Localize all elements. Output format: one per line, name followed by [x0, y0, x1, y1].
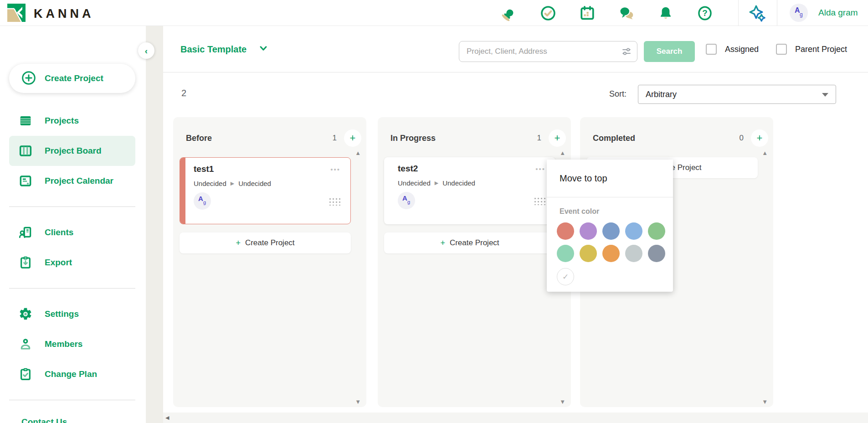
- sidebar-item-export[interactable]: Export: [9, 248, 135, 278]
- sidebar: ‹ Create Project: [0, 26, 146, 423]
- template-selector-label: Basic Template: [180, 44, 247, 55]
- board-column-in-progress: In Progress 1 + ▲ test2 ••• Undecided ▶: [378, 117, 571, 407]
- sidebar-item-contact-us[interactable]: Contact Us: [21, 417, 67, 423]
- chat-icon[interactable]: [618, 5, 635, 21]
- stamp-icon[interactable]: [501, 5, 517, 21]
- project-card-test2[interactable]: test2 ••• Undecided ▶ Undecided A g: [384, 157, 555, 224]
- color-swatch-green[interactable]: [648, 222, 665, 240]
- scroll-down-arrow-icon[interactable]: ▼: [762, 399, 768, 405]
- sidebar-item-settings[interactable]: Settings: [9, 299, 135, 329]
- sidebar-item-projects[interactable]: Projects: [9, 106, 135, 136]
- kanna-logo-icon: [7, 4, 26, 24]
- settings-gear-icon: [18, 307, 33, 321]
- parent-project-checkbox[interactable]: [776, 44, 787, 55]
- card-menu-icon[interactable]: •••: [330, 166, 340, 173]
- add-project-button[interactable]: +: [751, 129, 768, 147]
- calendar-icon[interactable]: [579, 5, 596, 21]
- ai-sparkle-icon[interactable]: [748, 4, 766, 22]
- user-menu[interactable]: A g Alda gram: [790, 4, 858, 22]
- chevron-left-icon: ‹: [145, 46, 148, 55]
- sort-value: Arbitrary: [646, 90, 677, 99]
- projects-icon: [18, 113, 33, 128]
- project-count: 2: [181, 88, 186, 98]
- scroll-left-arrow-icon[interactable]: ◀: [165, 415, 169, 420]
- project-calendar-icon: [18, 174, 33, 188]
- parent-project-label: Parent Project: [795, 45, 847, 54]
- card-body: test1 ••• Undecided ▶ Undecided A g: [180, 158, 350, 210]
- color-swatch-salmon[interactable]: [557, 222, 574, 240]
- color-clear-option[interactable]: ✓: [557, 268, 574, 285]
- drag-handle-icon[interactable]: [328, 196, 340, 206]
- status-from: Undecided: [194, 180, 226, 187]
- card-accent-stripe: [180, 158, 185, 224]
- sidebar-collapse-button[interactable]: ‹: [138, 42, 154, 59]
- search-input[interactable]: [459, 47, 621, 56]
- column-cards: test1 ••• Undecided ▶ Undecided A g: [180, 157, 351, 253]
- sidebar-item-label: Members: [45, 339, 82, 349]
- status-arrow-icon: ▶: [231, 181, 234, 186]
- sidebar-item-label: Settings: [45, 309, 79, 319]
- add-project-button[interactable]: +: [549, 129, 566, 147]
- template-selector[interactable]: Basic Template: [180, 26, 268, 72]
- scroll-down-arrow-icon[interactable]: ▼: [560, 399, 565, 405]
- board-horizontal-scrollbar[interactable]: ◀: [163, 413, 868, 423]
- create-project-label: Create Project: [45, 73, 103, 83]
- color-swatch-mint[interactable]: [557, 245, 574, 262]
- avatar-initial-secondary: g: [203, 200, 206, 205]
- create-project-button[interactable]: Create Project: [9, 64, 135, 93]
- color-swatch-steel-blue[interactable]: [602, 222, 620, 240]
- move-to-top-menu-item[interactable]: Move to top: [547, 160, 673, 197]
- color-swatch-orange[interactable]: [602, 245, 620, 262]
- change-plan-icon: [18, 367, 33, 382]
- column-title: Completed: [593, 134, 740, 143]
- scroll-up-arrow-icon[interactable]: ▲: [560, 150, 565, 156]
- search-button[interactable]: Search: [644, 41, 695, 62]
- user-avatar: A g: [790, 4, 808, 22]
- project-card-test1[interactable]: test1 ••• Undecided ▶ Undecided A g: [180, 157, 351, 224]
- kanna-logo[interactable]: KANNA: [7, 4, 94, 24]
- board-icon: [18, 144, 33, 158]
- scroll-down-arrow-icon[interactable]: ▼: [355, 399, 361, 405]
- scroll-up-arrow-icon[interactable]: ▲: [355, 150, 361, 156]
- sidebar-item-members[interactable]: Members: [9, 329, 135, 359]
- create-project-label: Create Project: [450, 238, 499, 248]
- plus-circle-icon: [21, 70, 36, 87]
- scroll-up-arrow-icon[interactable]: ▲: [762, 150, 768, 156]
- card-title: test2: [398, 164, 535, 174]
- column-header: In Progress 1 +: [378, 129, 571, 147]
- assignee-avatar[interactable]: A g: [194, 192, 211, 210]
- card-status: Undecided ▶ Undecided: [398, 179, 546, 187]
- chevron-down-icon: [258, 43, 268, 55]
- column-title: In Progress: [390, 134, 537, 143]
- create-project-in-column-button[interactable]: + Create Project: [384, 232, 555, 253]
- card-menu-icon[interactable]: •••: [535, 165, 545, 172]
- sort-label: Sort:: [609, 89, 627, 99]
- sidebar-item-change-plan[interactable]: Change Plan: [9, 359, 135, 389]
- status-from: Undecided: [398, 179, 431, 187]
- create-project-in-column-button[interactable]: + Create Project: [180, 232, 351, 253]
- assignee-avatar[interactable]: A g: [398, 192, 415, 209]
- sidebar-item-label: Projects: [45, 116, 79, 126]
- add-project-button[interactable]: +: [344, 129, 361, 147]
- color-swatch-purple[interactable]: [580, 222, 597, 240]
- notifications-bell-icon[interactable]: [657, 5, 674, 21]
- sort-dropdown[interactable]: Arbitrary: [638, 85, 836, 104]
- color-swatch-slate[interactable]: [648, 245, 665, 262]
- sidebar-item-project-board[interactable]: Project Board: [9, 136, 135, 166]
- drag-handle-icon[interactable]: [533, 196, 545, 205]
- board-toolbar: Basic Template Sea: [163, 26, 868, 72]
- filter-sliders-icon[interactable]: [621, 46, 632, 57]
- header-icon-bar: ?: [501, 0, 713, 26]
- sidebar-item-clients[interactable]: Clients: [9, 217, 135, 248]
- assigned-label: Assigned: [725, 45, 759, 54]
- approval-check-icon[interactable]: [540, 5, 556, 21]
- sidebar-item-label: Project Board: [45, 146, 102, 156]
- assigned-checkbox[interactable]: [706, 44, 717, 55]
- color-swatch-light-gray[interactable]: [625, 245, 642, 262]
- brand-name: KANNA: [34, 7, 94, 21]
- sidebar-item-project-calendar[interactable]: Project Calendar: [9, 166, 135, 196]
- color-swatch-light-blue[interactable]: [625, 222, 642, 240]
- help-icon[interactable]: ?: [697, 5, 713, 21]
- color-swatch-yellow[interactable]: [580, 245, 597, 262]
- column-count: 1: [333, 134, 337, 143]
